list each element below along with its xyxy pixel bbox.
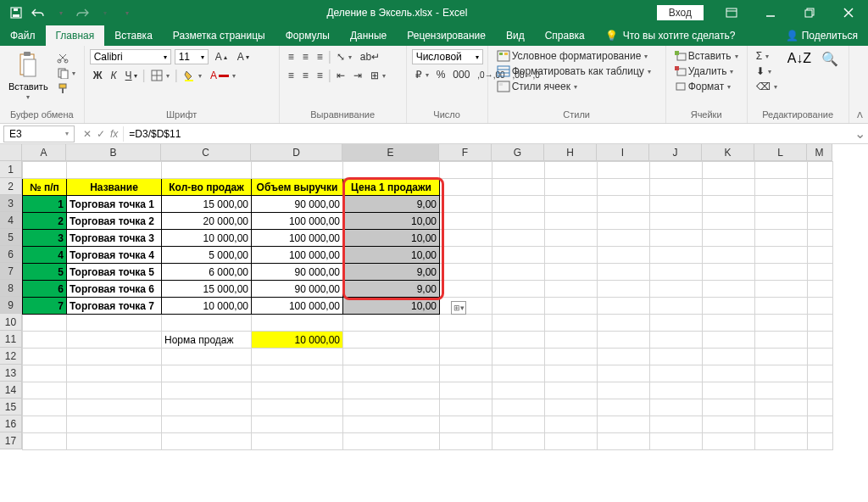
cell-F3[interactable] — [440, 196, 492, 213]
cell-K4[interactable] — [703, 213, 755, 230]
cell-H2[interactable] — [545, 179, 598, 196]
cell-J6[interactable] — [650, 247, 703, 264]
cell-I13[interactable] — [598, 365, 650, 382]
delete-cells-button[interactable]: Удалить — [671, 64, 742, 78]
collapse-ribbon-icon[interactable]: ᐱ — [857, 110, 863, 120]
cell-H7[interactable] — [545, 264, 598, 281]
format-painter-button[interactable] — [53, 81, 79, 95]
cell-J8[interactable] — [650, 281, 703, 298]
cell-E17[interactable] — [343, 433, 440, 450]
cell-K9[interactable] — [703, 298, 755, 315]
cell-K15[interactable] — [703, 399, 755, 416]
tab-data[interactable]: Данные — [340, 25, 397, 46]
cell-J1[interactable] — [650, 162, 703, 179]
row-header-2[interactable]: 2 — [0, 178, 22, 195]
fx-icon[interactable]: fx — [110, 128, 118, 140]
cell-A5[interactable]: 3 — [23, 230, 67, 247]
cell-D3[interactable]: 90 000,00 — [252, 196, 343, 213]
cell-E13[interactable] — [343, 365, 440, 382]
cell-K6[interactable] — [703, 247, 755, 264]
cell-M15[interactable] — [808, 399, 833, 416]
cell-G7[interactable] — [492, 264, 545, 281]
undo-icon[interactable] — [27, 1, 49, 25]
column-header-M[interactable]: M — [807, 144, 832, 161]
cell-D6[interactable]: 100 000,00 — [252, 247, 343, 264]
row-header-5[interactable]: 5 — [0, 229, 22, 246]
cell-K17[interactable] — [703, 433, 755, 450]
sort-filter-button[interactable]: A↓Z — [784, 49, 815, 109]
cancel-formula-icon[interactable]: ✕ — [83, 128, 92, 140]
cell-M14[interactable] — [808, 382, 833, 399]
cell-G6[interactable] — [492, 247, 545, 264]
cell-C1[interactable] — [162, 162, 252, 179]
cell-L8[interactable] — [755, 281, 808, 298]
cell-L13[interactable] — [755, 365, 808, 382]
cell-G12[interactable] — [492, 349, 545, 365]
cell-M12[interactable] — [808, 349, 833, 365]
cell-L10[interactable] — [755, 315, 808, 332]
cell-M2[interactable] — [808, 179, 833, 196]
cell-J13[interactable] — [650, 365, 703, 382]
qat-customize[interactable] — [115, 1, 137, 25]
row-header-16[interactable]: 16 — [0, 416, 22, 432]
cell-D13[interactable] — [252, 365, 343, 382]
format-cells-button[interactable]: Формат — [671, 80, 742, 93]
column-header-F[interactable]: F — [439, 144, 492, 161]
cell-M16[interactable] — [808, 416, 833, 433]
row-header-6[interactable]: 6 — [0, 246, 22, 263]
row-header-8[interactable]: 8 — [0, 280, 22, 297]
cell-L9[interactable] — [755, 298, 808, 315]
cell-E7[interactable]: 9,00 — [343, 264, 440, 281]
cell-G17[interactable] — [492, 433, 545, 450]
column-header-D[interactable]: D — [251, 144, 342, 161]
cell-I4[interactable] — [598, 213, 650, 230]
align-bottom-icon[interactable]: ≡ — [314, 49, 326, 64]
tab-review[interactable]: Рецензирование — [397, 25, 496, 46]
cell-G8[interactable] — [492, 281, 545, 298]
column-header-K[interactable]: K — [702, 144, 754, 161]
column-header-E[interactable]: E — [342, 144, 439, 161]
cell-B16[interactable] — [67, 416, 162, 433]
underline-button[interactable]: Ч▾ — [122, 69, 141, 82]
increase-indent-icon[interactable]: ⇥ — [350, 68, 365, 83]
cell-J7[interactable] — [650, 264, 703, 281]
cell-H3[interactable] — [545, 196, 598, 213]
cell-I17[interactable] — [598, 433, 650, 450]
merge-icon[interactable]: ⊞ — [367, 68, 389, 83]
cell-I3[interactable] — [598, 196, 650, 213]
cell-A17[interactable] — [23, 433, 67, 450]
cell-B8[interactable]: Торговая точка 6 — [67, 281, 162, 298]
tab-insert[interactable]: Вставка — [104, 25, 163, 46]
cell-J16[interactable] — [650, 416, 703, 433]
percent-icon[interactable]: % — [433, 68, 449, 81]
cell-J10[interactable] — [650, 315, 703, 332]
cell-A10[interactable] — [23, 315, 67, 332]
cell-H16[interactable] — [545, 416, 598, 433]
cell-C11[interactable]: Норма продаж — [162, 332, 252, 349]
column-header-J[interactable]: J — [649, 144, 702, 161]
row-header-7[interactable]: 7 — [0, 263, 22, 280]
cell-E11[interactable] — [343, 332, 440, 349]
column-header-L[interactable]: L — [754, 144, 807, 161]
cell-H6[interactable] — [545, 247, 598, 264]
cell-M5[interactable] — [808, 230, 833, 247]
cell-F1[interactable] — [440, 162, 492, 179]
cell-M4[interactable] — [808, 213, 833, 230]
cell-A14[interactable] — [23, 382, 67, 399]
cell-I14[interactable] — [598, 382, 650, 399]
cell-E12[interactable] — [343, 349, 440, 365]
close-icon[interactable] — [829, 0, 868, 25]
clear-icon[interactable]: ⌫ — [753, 80, 781, 93]
currency-icon[interactable]: ₽ — [412, 68, 432, 81]
cell-G13[interactable] — [492, 365, 545, 382]
tab-formulas[interactable]: Формулы — [275, 25, 340, 46]
cell-B1[interactable] — [67, 162, 162, 179]
cell-I15[interactable] — [598, 399, 650, 416]
cell-J17[interactable] — [650, 433, 703, 450]
cell-H9[interactable] — [545, 298, 598, 315]
cell-I6[interactable] — [598, 247, 650, 264]
cell-M9[interactable] — [808, 298, 833, 315]
cell-H13[interactable] — [545, 365, 598, 382]
align-right-icon[interactable]: ≡ — [314, 68, 326, 83]
insert-cells-button[interactable]: Вставить — [671, 49, 742, 63]
